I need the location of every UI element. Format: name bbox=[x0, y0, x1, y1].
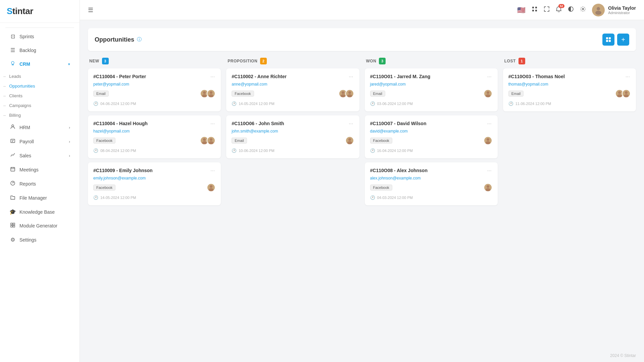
card-time: 11-06-2024 12:00 PM bbox=[515, 102, 551, 106]
file-manager-icon bbox=[9, 195, 16, 201]
card-avatar bbox=[484, 89, 492, 98]
card-avatar bbox=[207, 89, 215, 98]
notification-count: 52 bbox=[558, 4, 564, 8]
card-footer: 🕐 10-06-2024 12:00 PM bbox=[232, 148, 354, 153]
card-menu-button[interactable]: ··· bbox=[348, 74, 354, 80]
sidebar-item-hrm[interactable]: HRM › bbox=[3, 121, 77, 134]
svg-point-40 bbox=[347, 141, 352, 144]
sidebar-item-sales[interactable]: Sales › bbox=[3, 149, 77, 162]
card-title: #C110004 - Peter Porter bbox=[93, 74, 146, 79]
card-C110001[interactable]: #C110O01 - Jarred M. Zang ··· jared@yopm… bbox=[365, 68, 498, 111]
svg-point-46 bbox=[486, 188, 490, 191]
sidebar-item-payroll[interactable]: Payroll › bbox=[3, 135, 77, 148]
svg-point-32 bbox=[209, 141, 213, 144]
sidebar-label-settings: Settings bbox=[19, 237, 37, 243]
sidebar-item-knowledge-base[interactable]: 🎓 Knowledge Base bbox=[3, 205, 77, 218]
sidebar-item-meetings[interactable]: Meetings bbox=[3, 163, 77, 176]
svg-point-47 bbox=[618, 91, 621, 94]
sidebar-item-file-manager[interactable]: File Manager bbox=[3, 191, 77, 205]
info-icon: ⓘ bbox=[137, 37, 142, 43]
footer: 2024 © Stintar bbox=[80, 349, 644, 362]
card-menu-button[interactable]: ··· bbox=[210, 74, 215, 80]
payroll-arrow-icon: › bbox=[69, 140, 70, 144]
card-menu-button[interactable]: ··· bbox=[348, 121, 354, 127]
col-badge-proposition: 2 bbox=[260, 58, 267, 64]
sidebar-item-backlog[interactable]: ☰ Backlog bbox=[3, 44, 77, 57]
svg-point-36 bbox=[341, 94, 345, 97]
card-mid: Email bbox=[93, 89, 215, 98]
card-menu-button[interactable]: ··· bbox=[210, 168, 215, 174]
sidebar-label-module-generator: Module Generator bbox=[19, 223, 57, 228]
expand-icon[interactable] bbox=[544, 6, 550, 14]
card-avatar bbox=[484, 183, 492, 192]
sidebar-item-billing[interactable]: Billing bbox=[0, 110, 80, 120]
card-menu-button[interactable]: ··· bbox=[486, 168, 492, 174]
sidebar-label-payroll: Payroll bbox=[19, 139, 34, 144]
add-opportunity-button[interactable]: + bbox=[617, 34, 629, 46]
hrm-icon bbox=[9, 124, 16, 131]
card-C110009[interactable]: #C110009 - Emily Johnson ··· emily.johns… bbox=[88, 162, 221, 205]
card-C110008[interactable]: #C110O08 - Alex Johnson ··· alex.johnson… bbox=[365, 162, 498, 205]
col-label-lost: LOST bbox=[504, 59, 516, 63]
card-tag: Facebook bbox=[232, 91, 254, 97]
sidebar-label-backlog: Backlog bbox=[19, 48, 36, 53]
language-flag[interactable]: 🇺🇸 bbox=[517, 6, 526, 14]
sidebar-item-leads[interactable]: Leads bbox=[0, 71, 80, 81]
card-footer: 🕐 04-06-2024 12:00 PM bbox=[93, 101, 215, 106]
card-email: alex.johnson@example.com bbox=[370, 176, 492, 180]
card-C110006[interactable]: #C110O06 - John Smith ··· john.smith@exa… bbox=[226, 115, 359, 158]
card-header: #C110009 - Emily Johnson ··· bbox=[93, 168, 215, 174]
apps-icon[interactable] bbox=[532, 6, 538, 14]
sidebar-item-reports[interactable]: Reports bbox=[3, 177, 77, 191]
module-generator-icon bbox=[9, 222, 16, 229]
user-name: Olivia Taylor bbox=[608, 5, 636, 11]
card-title: #C110009 - Emily Johnson bbox=[93, 168, 153, 173]
card-menu-button[interactable]: ··· bbox=[625, 74, 631, 80]
sidebar-item-sprints[interactable]: ⊡ Sprints bbox=[3, 30, 77, 43]
card-C110003[interactable]: #C110O03 - Thomas Noel ··· thomas@yopmai… bbox=[503, 68, 636, 111]
svg-point-44 bbox=[486, 141, 490, 144]
sidebar-item-crm[interactable]: CRM ▾ bbox=[3, 57, 77, 71]
leads-label: Leads bbox=[9, 74, 21, 79]
card-menu-button[interactable]: ··· bbox=[486, 121, 492, 127]
meetings-icon bbox=[9, 166, 16, 173]
notification-bell-icon[interactable]: 52 bbox=[556, 6, 562, 14]
card-email: thomas@yopmail.com bbox=[508, 82, 631, 87]
svg-rect-11 bbox=[13, 223, 15, 225]
crm-icon bbox=[9, 61, 16, 67]
svg-rect-24 bbox=[609, 40, 611, 42]
card-title: #C110O03 - Thomas Noel bbox=[508, 74, 565, 79]
card-C110002[interactable]: #C110002 - Anne Richter ··· anne@yopmail… bbox=[226, 68, 359, 111]
card-email: jared@yopmail.com bbox=[370, 82, 492, 87]
menu-toggle-button[interactable]: ☰ bbox=[88, 6, 93, 14]
card-C110004-hazel[interactable]: #C110004 - Hazel Hough ··· hazel@yopmail… bbox=[88, 115, 221, 158]
gear-settings-icon[interactable] bbox=[580, 6, 586, 14]
svg-point-18 bbox=[582, 8, 584, 10]
svg-rect-16 bbox=[532, 10, 534, 11]
sidebar-item-opportunities[interactable]: Opportunities bbox=[0, 81, 80, 91]
card-menu-button[interactable]: ··· bbox=[486, 74, 492, 80]
svg-point-42 bbox=[486, 94, 490, 97]
card-time: 08-04-2024 12:00 PM bbox=[100, 149, 136, 153]
sidebar-item-clients[interactable]: Clients bbox=[0, 91, 80, 101]
billing-label: Billing bbox=[9, 113, 21, 118]
theme-toggle-icon[interactable] bbox=[568, 6, 574, 14]
user-info[interactable]: Olivia Taylor Administrator bbox=[592, 4, 636, 16]
sidebar-item-module-generator[interactable]: Module Generator bbox=[3, 219, 77, 232]
card-avatars bbox=[200, 136, 215, 145]
backlog-icon: ☰ bbox=[9, 47, 16, 53]
svg-point-43 bbox=[487, 138, 489, 141]
page-title: Opportunities bbox=[95, 36, 134, 43]
page-actions: + bbox=[602, 34, 629, 46]
svg-point-28 bbox=[209, 94, 213, 97]
svg-rect-4 bbox=[11, 167, 15, 171]
card-email: emily.johnson@example.com bbox=[93, 176, 215, 180]
card-menu-button[interactable]: ··· bbox=[210, 121, 215, 127]
grid-view-button[interactable] bbox=[602, 34, 614, 46]
card-C110007[interactable]: #C110O07 - David Wilson ··· david@exampl… bbox=[365, 115, 498, 158]
card-C110004-peter[interactable]: #C110004 - Peter Porter ··· peter@yopmai… bbox=[88, 68, 221, 111]
sidebar-item-settings[interactable]: ⚙ Settings bbox=[3, 233, 77, 246]
sidebar-item-campaigns[interactable]: Campaigns bbox=[0, 101, 80, 110]
col-label-new: NEW bbox=[89, 59, 99, 63]
card-email: david@example.com bbox=[370, 129, 492, 134]
